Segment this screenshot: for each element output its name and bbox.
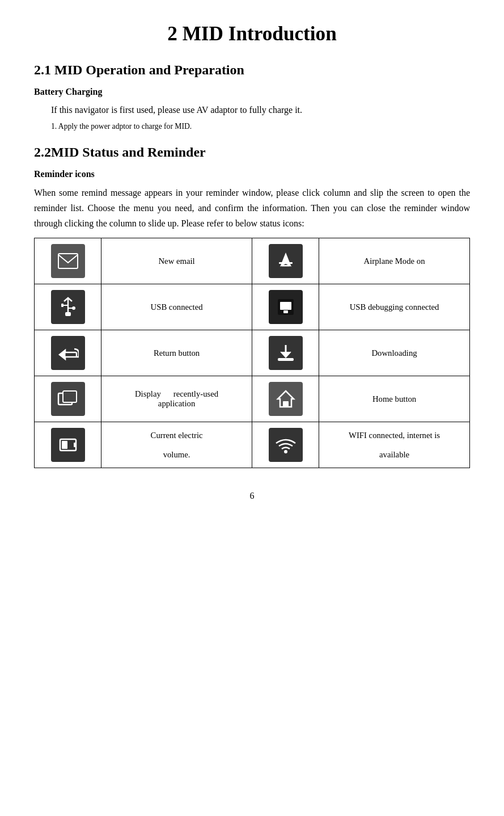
icon-recent-cell bbox=[35, 376, 101, 422]
download-icon bbox=[269, 336, 303, 370]
icon-battery-cell bbox=[35, 422, 101, 468]
icon-airplane-cell bbox=[252, 238, 319, 284]
downloading-label: Downloading bbox=[319, 330, 470, 376]
icon-email-cell bbox=[35, 238, 101, 284]
svg-rect-4 bbox=[65, 312, 71, 316]
icon-usb-cell bbox=[35, 284, 101, 330]
airplane-mode-label: Airplane Mode on bbox=[319, 238, 470, 284]
icons-table: New email Airplane Mode on bbox=[34, 238, 470, 468]
home-button-label: Home button bbox=[319, 376, 470, 422]
usb-debug-label: USB debugging connected bbox=[319, 284, 470, 330]
battery-charging-heading: Battery Charging bbox=[34, 87, 470, 97]
airplane-icon bbox=[269, 244, 303, 278]
battery-text: If this navigator is first used, please … bbox=[51, 103, 470, 117]
reminder-icons-heading: Reminder icons bbox=[34, 169, 470, 179]
table-row: USB connected USB debugging connected bbox=[35, 284, 470, 330]
page-number: 6 bbox=[34, 491, 470, 501]
svg-rect-17 bbox=[283, 401, 289, 407]
table-row: Current electricvolume. WIFI connected, … bbox=[35, 422, 470, 468]
table-row: Display recently-usedapplication Home bu… bbox=[35, 376, 470, 422]
icon-return-cell bbox=[35, 330, 101, 376]
section-2-2: 2.2MID Status and Reminder Reminder icon… bbox=[34, 145, 470, 469]
svg-rect-11 bbox=[283, 310, 288, 313]
icon-wifi-cell bbox=[252, 422, 319, 468]
usb-connected-label: USB connected bbox=[101, 284, 252, 330]
usb-debug-icon bbox=[269, 290, 303, 324]
svg-rect-19 bbox=[74, 443, 77, 447]
section-2-1-heading: 2.1 MID Operation and Preparation bbox=[34, 62, 470, 78]
return-button-label: Return button bbox=[101, 330, 252, 376]
svg-rect-20 bbox=[62, 441, 67, 449]
battery-label: Current electricvolume. bbox=[101, 422, 252, 468]
recent-apps-label: Display recently-usedapplication bbox=[101, 376, 252, 422]
svg-rect-1 bbox=[279, 262, 293, 264]
section-2-1: 2.1 MID Operation and Preparation Batter… bbox=[34, 62, 470, 131]
svg-rect-13 bbox=[278, 358, 294, 361]
battery-icon bbox=[51, 428, 85, 462]
svg-rect-6 bbox=[61, 304, 63, 307]
reminder-paragraph: When some remind message appears in your… bbox=[34, 185, 470, 232]
icon-debug-cell bbox=[252, 284, 319, 330]
wifi-label: WIFI connected, internet isavailable bbox=[319, 422, 470, 468]
email-icon bbox=[51, 244, 85, 278]
page-title: 2 MID Introduction bbox=[34, 23, 470, 45]
new-email-label: New email bbox=[101, 238, 252, 284]
svg-rect-0 bbox=[58, 254, 78, 268]
usb-icon bbox=[51, 290, 85, 324]
icon-home-cell bbox=[252, 376, 319, 422]
icon-download-cell bbox=[252, 330, 319, 376]
svg-point-8 bbox=[72, 306, 75, 310]
wifi-icon bbox=[269, 428, 303, 462]
svg-rect-15 bbox=[63, 391, 77, 402]
svg-rect-2 bbox=[281, 265, 290, 267]
svg-rect-10 bbox=[280, 302, 291, 310]
battery-step: 1. Apply the power adptor to charge for … bbox=[51, 122, 470, 131]
recent-apps-icon bbox=[51, 382, 85, 416]
table-row: New email Airplane Mode on bbox=[35, 238, 470, 284]
section-2-2-heading: 2.2MID Status and Reminder bbox=[34, 145, 470, 160]
table-row: Return button Downloading bbox=[35, 330, 470, 376]
home-icon bbox=[269, 382, 303, 416]
return-icon bbox=[51, 336, 85, 370]
svg-point-21 bbox=[284, 450, 287, 453]
